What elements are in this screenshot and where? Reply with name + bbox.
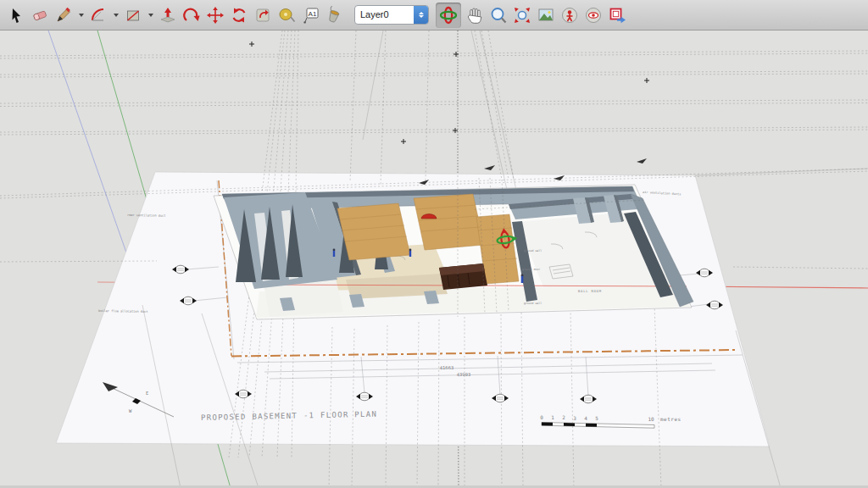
building-model: glazed wall glazed door ground wall BALL… — [214, 185, 693, 319]
select-icon — [7, 6, 25, 25]
svg-text:2: 2 — [562, 414, 565, 420]
tape-measure-icon — [277, 6, 296, 25]
scale-end-label: 10 — [648, 416, 654, 422]
photo-textures-button[interactable] — [536, 3, 556, 28]
orbit-tool-button[interactable] — [436, 3, 461, 28]
move-icon — [206, 6, 225, 25]
position-camera-icon — [560, 6, 579, 25]
line-tool-button[interactable] — [53, 3, 74, 28]
compass-east-label: E — [146, 391, 148, 396]
layer-dropdown-value: Layer0 — [355, 6, 414, 24]
scale-unit-label: metres — [660, 416, 682, 422]
pushpull-icon — [159, 6, 177, 25]
eraser-icon — [31, 6, 49, 25]
layer-dropdown[interactable]: Layer0 — [354, 5, 429, 25]
offset-tool-button[interactable] — [253, 3, 273, 28]
toolbar: A1 Layer0 — [0, 0, 868, 30]
dimension-41663: 41663 — [440, 365, 454, 370]
dimension-43903: 43903 — [457, 372, 471, 377]
ground-wall-label: ground wall — [524, 302, 542, 305]
svg-text:4: 4 — [584, 415, 587, 421]
a1-label: A1 — [309, 9, 317, 17]
zoom-extents-icon — [513, 6, 531, 25]
followme-icon — [182, 6, 201, 25]
glazed-door-label: glazed door — [522, 268, 540, 271]
paint-bucket-button[interactable] — [324, 3, 344, 28]
rectangle-icon — [124, 6, 142, 25]
look-around-icon — [584, 6, 603, 25]
arc-tool-button[interactable] — [88, 3, 108, 28]
photo-textures-icon — [537, 6, 555, 25]
svg-text:0: 0 — [540, 414, 543, 420]
zoom-tool-button[interactable] — [488, 3, 509, 28]
rear-duct-label: rear ventilation duct — [127, 214, 166, 218]
zoom-extents-button[interactable] — [512, 3, 532, 28]
arc-tool-caret[interactable] — [112, 3, 120, 28]
line-tool-caret[interactable] — [77, 3, 85, 28]
line-pencil-icon — [54, 6, 73, 25]
svg-text:3: 3 — [573, 415, 576, 421]
zoom-icon — [489, 6, 508, 25]
dimension-tool-button[interactable]: A1 — [300, 3, 320, 28]
rotate-icon — [230, 6, 248, 25]
offset-icon — [253, 6, 272, 25]
send-to-layout-icon — [608, 6, 626, 25]
paint-bucket-icon — [325, 6, 343, 25]
send-to-layout-button[interactable] — [607, 3, 627, 28]
pushpull-tool-button[interactable] — [158, 3, 178, 28]
rectangle-tool-caret[interactable] — [147, 3, 154, 28]
layer-dropdown-button[interactable] — [414, 6, 428, 24]
arc-icon — [89, 6, 108, 25]
room-label: BALL ROOM — [578, 289, 602, 293]
viewport-3d[interactable]: W E — [0, 0, 868, 488]
pan-tool-button[interactable] — [465, 3, 485, 28]
orbit-icon — [439, 6, 458, 25]
glazed-wall-label: glazed wall — [524, 249, 542, 252]
followme-tool-button[interactable] — [181, 3, 202, 28]
svg-text:5: 5 — [595, 415, 598, 421]
rectangle-tool-button[interactable] — [123, 3, 143, 28]
look-around-button[interactable] — [583, 3, 604, 28]
pan-hand-icon — [465, 6, 484, 25]
select-tool-button[interactable] — [6, 3, 26, 28]
dimension-icon: A1 — [301, 6, 320, 25]
rotate-tool-button[interactable] — [229, 3, 249, 28]
svg-text:1: 1 — [551, 414, 554, 420]
eraser-tool-button[interactable] — [30, 3, 50, 28]
position-camera-button[interactable] — [559, 3, 580, 28]
tape-measure-button[interactable] — [276, 3, 297, 28]
move-tool-button[interactable] — [205, 3, 225, 28]
